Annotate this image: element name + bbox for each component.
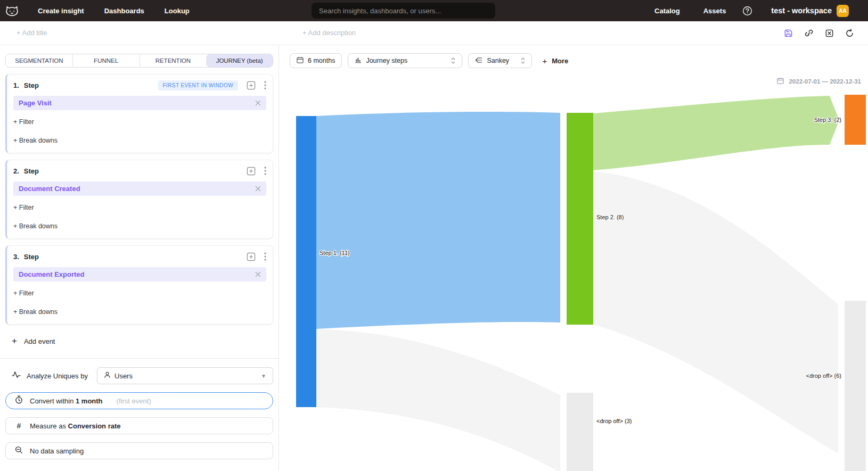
step-menu-kebab-icon[interactable] [264, 81, 266, 89]
menu-lookup[interactable]: Lookup [165, 7, 190, 15]
measure-as-control[interactable]: # Measure as Conversion rate [5, 417, 273, 434]
link-step1-dropoff[interactable] [316, 329, 560, 471]
sankey-chart[interactable]: Step 1. (11) Step 2. (8) Step 3. (2) <dr… [279, 75, 868, 471]
calendar-icon [297, 56, 304, 65]
tab-journey[interactable]: JOURNEY (beta) [206, 54, 273, 67]
refresh-icon[interactable] [845, 29, 854, 38]
activity-icon [12, 371, 21, 381]
event-name: Page Visit [19, 99, 255, 107]
view-type-select[interactable]: Journey steps [348, 53, 462, 68]
add-title-button[interactable]: + Add title [17, 29, 47, 37]
query-builder-panel: SEGMENTATION FUNNEL RETENTION JOURNEY (b… [0, 45, 279, 471]
step-number: 1. [13, 81, 19, 89]
add-description-button[interactable]: + Add description [302, 29, 356, 37]
search-input[interactable] [312, 3, 495, 19]
insight-type-tabs: SEGMENTATION FUNNEL RETENTION JOURNEY (b… [5, 54, 273, 68]
select-updown-icon [451, 57, 455, 64]
user-icon [104, 371, 111, 381]
remove-event-icon[interactable] [255, 270, 261, 279]
event-name: Document Exported [19, 270, 255, 278]
add-step-icon[interactable] [247, 81, 256, 90]
sankey-icon [475, 56, 482, 65]
event-selector[interactable]: Document Exported [13, 267, 266, 282]
copy-link-icon[interactable] [804, 28, 814, 38]
select-updown-icon [521, 57, 525, 64]
plus-icon: + [12, 336, 17, 346]
remove-event-icon[interactable] [255, 184, 261, 194]
hash-icon: # [15, 422, 23, 430]
step-card-2: 2. Step Document Created + Filter + Brea… [5, 160, 273, 239]
panel-divider [0, 358, 279, 359]
chevron-down-icon: ▼ [261, 373, 266, 379]
time-window-button[interactable]: 6 months [290, 53, 342, 68]
tab-funnel[interactable]: FUNNEL [72, 54, 140, 67]
top-navbar: Create insight Dashboards Lookup Catalog… [0, 0, 868, 21]
data-sampling-control[interactable]: No data sampling [5, 442, 273, 459]
add-step-icon[interactable] [247, 167, 256, 176]
app-logo-cat-icon[interactable] [5, 4, 19, 18]
chart-type-select[interactable]: Sankey [468, 53, 532, 68]
sampling-label: No data sampling [30, 447, 84, 455]
label-dropoff-mid: <drop off> (3) [596, 418, 632, 424]
more-options-button[interactable]: + More [542, 56, 568, 65]
help-icon[interactable] [742, 6, 752, 16]
add-event-button[interactable]: + Add event [12, 336, 273, 346]
chart-toolbar: 6 months Journey steps Sankey [279, 45, 868, 68]
add-breakdown-button[interactable]: + Break downs [13, 308, 58, 316]
node-step2[interactable] [567, 113, 593, 325]
convert-within-control[interactable]: Convert within 1 month (first event) [5, 392, 273, 409]
magnifier-minus-icon [15, 446, 23, 456]
label-step3: Step 3. (2) [814, 117, 841, 123]
step-menu-kebab-icon[interactable] [264, 167, 266, 175]
tab-retention[interactable]: RETENTION [140, 54, 207, 67]
measure-value: Conversion rate [68, 422, 121, 430]
analyze-by-select[interactable]: Users ▼ [97, 367, 273, 384]
save-icon[interactable] [784, 29, 793, 38]
event-selector[interactable]: Page Visit [13, 96, 266, 110]
step-number: 2. [13, 167, 19, 175]
label-dropoff-right: <drop off> (6) [806, 373, 841, 379]
plus-icon: + [542, 56, 547, 65]
event-selector[interactable]: Document Created [13, 181, 266, 196]
convert-value: 1 month [76, 397, 103, 405]
add-step-icon[interactable] [247, 252, 256, 261]
bar-chart-icon [355, 56, 362, 65]
node-dropoff-mid[interactable] [567, 393, 593, 471]
label-step2: Step 2. (8) [596, 214, 624, 220]
add-breakdown-button[interactable]: + Break downs [13, 137, 58, 144]
node-dropoff-right[interactable] [845, 301, 866, 471]
add-filter-button[interactable]: + Filter [13, 118, 34, 126]
step-number: 3. [13, 253, 19, 261]
analyze-by-value: Users [114, 372, 133, 380]
analyze-label: Analyze Uniques by [27, 372, 88, 380]
label-step1: Step 1. (11) [320, 250, 350, 256]
step-title: Step [24, 81, 39, 89]
menu-catalog[interactable]: Catalog [654, 7, 680, 15]
node-step3[interactable] [845, 95, 866, 145]
link-step2-step3[interactable] [593, 96, 839, 170]
menu-create-insight[interactable]: Create insight [38, 7, 84, 15]
link-step1-step2[interactable] [316, 112, 560, 329]
remove-event-icon[interactable] [255, 98, 261, 108]
event-name: Document Created [19, 185, 255, 193]
menu-dashboards[interactable]: Dashboards [104, 7, 144, 15]
chart-area: 6 months Journey steps Sankey [279, 45, 868, 471]
menu-assets[interactable]: Assets [703, 7, 726, 15]
node-step1[interactable] [296, 116, 316, 407]
step-card-3: 3. Step Document Exported + Filter + Bre… [5, 245, 273, 325]
step-card-1: 1. Step FIRST EVENT IN WINDOW Page Visit… [5, 74, 273, 153]
step-title: Step [24, 167, 39, 175]
convert-prefix: Convert within [30, 397, 73, 405]
add-filter-button[interactable]: + Filter [13, 204, 34, 211]
workspace-name[interactable]: test - workspace [771, 6, 832, 15]
add-breakdown-button[interactable]: + Break downs [13, 222, 58, 230]
link-step2-dropoff[interactable] [593, 171, 838, 453]
user-avatar[interactable]: AA [837, 5, 849, 17]
add-filter-button[interactable]: + Filter [13, 290, 34, 297]
analyze-row: Analyze Uniques by Users ▼ [5, 367, 273, 384]
titlebar-actions [784, 28, 854, 38]
stopwatch-icon [15, 395, 23, 406]
tab-segmentation[interactable]: SEGMENTATION [6, 54, 72, 67]
step-menu-kebab-icon[interactable] [264, 252, 266, 261]
clear-icon[interactable] [825, 29, 834, 38]
